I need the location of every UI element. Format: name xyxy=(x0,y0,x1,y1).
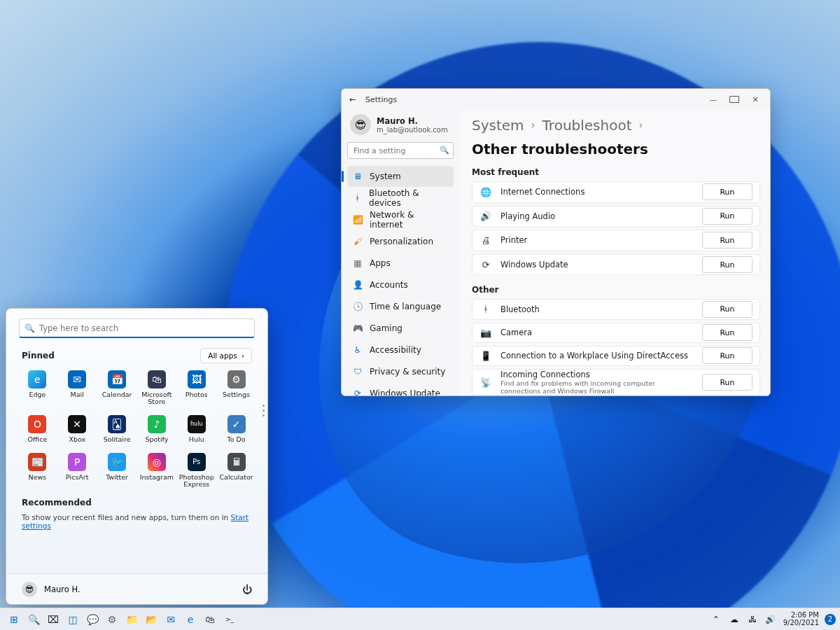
maximize-button[interactable] xyxy=(724,89,745,110)
tray-overflow-icon[interactable]: ⌃ xyxy=(708,610,724,629)
app-label: Edge xyxy=(29,391,46,398)
start-menu: 🔍 Pinned All apps › e Edge✉ Mail📅 Calend… xyxy=(6,308,268,605)
app-tile-photoshop-express[interactable]: Ps Photoshop Express xyxy=(176,450,216,491)
run-button[interactable]: Run xyxy=(702,324,752,341)
nav-item-bluetooth-devices[interactable]: ᚼ Bluetooth & devices xyxy=(347,188,454,209)
news-icon: 📰 xyxy=(28,453,46,471)
nav-item-time-language[interactable]: 🕓 Time & language xyxy=(347,296,454,317)
app-tile-xbox[interactable]: ✕ Xbox xyxy=(57,412,97,446)
app-tile-news[interactable]: 📰 News xyxy=(18,450,57,491)
app-tile-twitter[interactable]: 🐦 Twitter xyxy=(97,450,137,491)
app-label: Calculator xyxy=(219,474,253,481)
nav-item-label: Accessibility xyxy=(370,345,421,355)
nav-item-accounts[interactable]: 👤 Accounts xyxy=(347,274,454,295)
network-tray-icon[interactable]: 🖧 xyxy=(745,610,760,629)
chevron-right-icon: › xyxy=(241,351,244,360)
brush-icon: 🖌 xyxy=(353,237,363,246)
troubleshooter-subtitle: Find and fix problems with incoming comp… xyxy=(500,379,694,395)
crumb-troubleshoot[interactable]: Troubleshoot xyxy=(542,117,632,134)
app-tile-photos[interactable]: 🖼 Photos xyxy=(176,368,216,408)
app-label: Mail xyxy=(71,391,84,398)
run-button[interactable]: Run xyxy=(702,232,752,248)
app-tile-mail[interactable]: ✉ Mail xyxy=(57,368,97,408)
volume-tray-icon[interactable]: 🔊 xyxy=(763,610,778,629)
start-search: 🔍 xyxy=(19,318,255,338)
explorer-taskbar[interactable]: 📁 xyxy=(122,610,141,629)
psx-icon: Ps xyxy=(188,453,206,471)
printer-icon: 🖨 xyxy=(479,235,492,246)
app-tile-edge[interactable]: e Edge xyxy=(18,368,57,408)
taskview-button[interactable]: ⌧ xyxy=(44,610,62,629)
minimize-button[interactable]: — xyxy=(703,89,724,110)
picsart-icon: P xyxy=(68,453,86,471)
nav-item-privacy-security[interactable]: 🛡 Privacy & security xyxy=(347,361,454,382)
power-button[interactable]: ⏻ xyxy=(242,584,252,595)
bluetooth-icon: ᚼ xyxy=(479,304,492,314)
app-tile-picsart[interactable]: P PicsArt xyxy=(57,450,97,491)
clock-time: 2:06 PM xyxy=(783,612,819,620)
nav-item-accessibility[interactable]: ♿ Accessibility xyxy=(347,340,454,360)
app-label: Spotify xyxy=(145,436,168,443)
run-button[interactable]: Run xyxy=(702,301,752,318)
system-tray: ⌃☁🖧🔊 xyxy=(708,610,779,629)
mail-taskbar[interactable]: ✉ xyxy=(162,610,180,629)
run-button[interactable]: Run xyxy=(702,208,752,225)
explorer-taskbar-2[interactable]: 📂 xyxy=(142,610,160,629)
profile-block[interactable]: 😎 Mauro H. m_lab@outlook.com xyxy=(347,110,454,142)
app-tile-spotify[interactable]: ♪ Spotify xyxy=(136,412,176,446)
app-tile-microsoft-store[interactable]: 🛍 Microsoft Store xyxy=(136,368,176,408)
nav-item-gaming[interactable]: 🎮 Gaming xyxy=(347,318,454,339)
nav-item-personalization[interactable]: 🖌 Personalization xyxy=(347,231,454,252)
close-button[interactable]: ✕ xyxy=(745,89,766,110)
app-tile-calculator[interactable]: 🖩 Calculator xyxy=(216,450,256,491)
onedrive-icon[interactable]: ☁ xyxy=(727,610,742,629)
settings-search: 🔍 xyxy=(347,142,454,159)
nav-item-system[interactable]: 🖥 System xyxy=(347,166,454,187)
run-button[interactable]: Run xyxy=(702,347,752,364)
start-button[interactable]: ⊞ xyxy=(5,610,23,629)
page-indicator[interactable] xyxy=(262,405,265,416)
troubleshooter-title: Playing Audio xyxy=(500,211,694,221)
nav-item-label: Time & language xyxy=(370,302,441,312)
search-icon: 🔍 xyxy=(440,146,449,155)
run-button[interactable]: Run xyxy=(702,374,752,391)
edge-taskbar[interactable]: e xyxy=(181,610,200,629)
app-tile-office[interactable]: O Office xyxy=(18,412,57,446)
start-user-button[interactable]: 😎 Mauro H. xyxy=(22,582,80,597)
app-label: Hulu xyxy=(189,436,204,443)
all-apps-button[interactable]: All apps › xyxy=(200,348,252,363)
app-tile-solitaire[interactable]: 🂡 Solitaire xyxy=(97,412,137,446)
crumb-system[interactable]: System xyxy=(472,117,524,134)
app-tile-instagram[interactable]: ◎ Instagram xyxy=(136,450,176,491)
search-button[interactable]: 🔍 xyxy=(24,610,43,629)
app-tile-to-do[interactable]: ✓ To Do xyxy=(216,412,256,446)
settings-search-input[interactable] xyxy=(347,142,454,159)
app-label: PicsArt xyxy=(66,474,88,481)
shield-icon: 🛡 xyxy=(353,367,363,377)
troubleshooter-row: 📷Camera Run xyxy=(472,323,760,343)
taskbar-clock[interactable]: 2:06 PM 9/20/2021 xyxy=(779,612,823,626)
app-tile-hulu[interactable]: hulu Hulu xyxy=(176,412,216,446)
nav-item-apps[interactable]: ▦ Apps xyxy=(347,253,454,274)
notification-badge[interactable]: 2 xyxy=(825,614,836,625)
app-tile-settings[interactable]: ⚙ Settings xyxy=(216,368,256,408)
back-button[interactable]: ← xyxy=(346,94,360,104)
terminal-taskbar[interactable]: >_ xyxy=(220,610,239,629)
run-button[interactable]: Run xyxy=(702,256,752,273)
app-label: Office xyxy=(28,436,48,443)
store-taskbar[interactable]: 🛍 xyxy=(201,610,219,629)
app-tile-calendar[interactable]: 📅 Calendar xyxy=(97,368,137,408)
solitaire-icon: 🂡 xyxy=(108,415,126,433)
nav-item-network-internet[interactable]: 📶 Network & internet xyxy=(347,209,454,230)
settings-taskbar[interactable]: ⚙ xyxy=(103,610,121,629)
update-icon: ⟳ xyxy=(353,388,363,396)
start-search-input[interactable] xyxy=(19,318,255,338)
troubleshooter-row: ᚼBluetooth Run xyxy=(472,299,760,319)
store-icon: 🛍 xyxy=(148,370,166,388)
widgets-button[interactable]: ◫ xyxy=(64,610,82,629)
run-button[interactable]: Run xyxy=(702,183,752,200)
recommended-hint: To show your recent files and new apps, … xyxy=(6,510,267,530)
nav-item-windows-update[interactable]: ⟳ Windows Update xyxy=(347,383,454,396)
chat-button[interactable]: 💬 xyxy=(83,610,102,629)
search-icon: 🔍 xyxy=(24,323,35,333)
